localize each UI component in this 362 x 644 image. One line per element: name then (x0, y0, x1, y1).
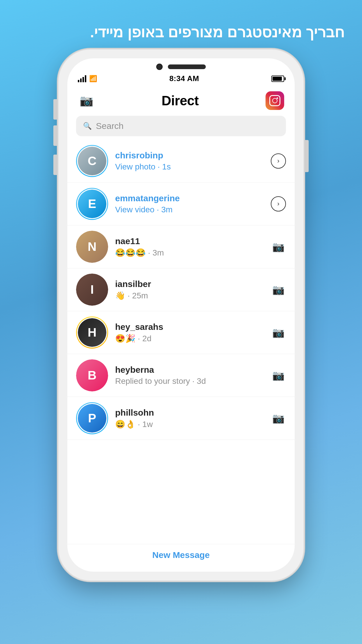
camera-action-icon: 📷 (271, 326, 286, 339)
list-item[interactable]: B heyberna Replied to your story · 3d 📷 (67, 354, 295, 397)
list-item[interactable]: H hey_sarahs 😍🎉 · 2d 📷 (67, 311, 295, 354)
app-header: 📷 Direct (67, 85, 295, 115)
search-icon: 🔍 (83, 122, 92, 130)
search-placeholder: Search (96, 121, 124, 131)
bottom-bar: New Message (67, 544, 295, 572)
instagram-icon (269, 95, 280, 106)
message-preview: 👋 · 25m (115, 291, 264, 300)
camera-outline-icon: 📷 (272, 284, 284, 295)
page-title: Direct (161, 93, 198, 108)
instagram-button[interactable] (266, 91, 284, 110)
avatar: B (76, 359, 108, 391)
avatar-image: P (78, 404, 106, 433)
message-preview: View video · 3m (115, 205, 264, 214)
avatar: P (76, 402, 108, 434)
message-username: emmatangerine (115, 193, 264, 203)
message-action[interactable]: › (271, 196, 286, 211)
avatar-image: N (76, 231, 108, 263)
message-action[interactable]: 📷 (271, 326, 286, 339)
front-camera (156, 64, 163, 70)
status-time: 8:34 AM (169, 74, 199, 83)
message-preview: Replied to your story · 3d (115, 377, 264, 386)
message-info: emmatangerine View video · 3m (115, 193, 264, 214)
status-bar: 📶 8:34 AM (67, 70, 295, 85)
message-info: hey_sarahs 😍🎉 · 2d (115, 322, 264, 343)
phone-wrapper: 📶 8:34 AM 📷 Direct (56, 50, 306, 644)
signal-bar-3 (82, 77, 84, 82)
phone-inner: 📶 8:34 AM 📷 Direct (67, 58, 295, 572)
avatar-image: B (76, 359, 108, 391)
camera-action-icon: 📷 (271, 240, 286, 253)
message-username: nae11 (115, 236, 264, 246)
list-item[interactable]: P phillsohn 😄👌 · 1w 📷 (67, 397, 295, 440)
message-preview: 😍🎉 · 2d (115, 334, 264, 343)
signal-bar-2 (80, 78, 82, 82)
speaker (168, 64, 206, 69)
avatar-image: H (78, 318, 106, 347)
front-camera-area (156, 64, 206, 70)
status-left: 📶 (78, 75, 97, 83)
message-action[interactable]: 📷 (271, 283, 286, 296)
avatar-inner: E (78, 190, 106, 218)
message-action[interactable]: 📷 (271, 412, 286, 425)
phone-outer: 📶 8:34 AM 📷 Direct (59, 50, 303, 580)
camera-outline-icon: 📷 (272, 412, 284, 424)
new-message-button[interactable]: New Message (152, 550, 210, 560)
message-action[interactable]: 📷 (271, 240, 286, 253)
camera-icon: 📷 (80, 94, 93, 107)
message-username: heyberna (115, 365, 264, 375)
camera-action-icon: 📷 (271, 369, 286, 382)
message-preview: 😂😂😂 · 3m (115, 248, 264, 258)
app-content: 📷 Direct 🔍 Search (67, 85, 295, 572)
avatar-image: I (76, 274, 108, 306)
avatar: C (76, 145, 108, 177)
message-username: iansilber (115, 279, 264, 289)
wifi-icon: 📶 (89, 75, 97, 83)
list-item[interactable]: I iansilber 👋 · 25m 📷 (67, 268, 295, 311)
message-username: hey_sarahs (115, 322, 264, 332)
battery-fill (273, 77, 282, 81)
avatar-inner: H (78, 318, 106, 347)
avatar-image: C (78, 147, 106, 175)
battery-icon (271, 76, 284, 82)
camera-outline-icon: 📷 (272, 327, 284, 338)
camera-outline-icon: 📷 (272, 241, 284, 253)
signal-bar-4 (85, 75, 86, 82)
message-info: heyberna Replied to your story · 3d (115, 365, 264, 386)
camera-action-icon: 📷 (271, 283, 286, 296)
avatar: N (76, 231, 108, 263)
signal-bar-1 (78, 80, 79, 82)
avatar-image: E (78, 190, 106, 218)
avatar: I (76, 274, 108, 306)
avatar-inner: P (78, 404, 106, 433)
search-bar[interactable]: 🔍 Search (76, 116, 286, 136)
message-info: iansilber 👋 · 25m (115, 279, 264, 300)
arrow-circle-icon: › (271, 196, 286, 211)
message-username: chrisrobinp (115, 150, 264, 160)
message-action[interactable]: 📷 (271, 369, 286, 382)
top-tagline: חבריך מאינסטגרם מצורפים באופן מיידי. (0, 23, 362, 41)
message-info: chrisrobinp View photo · 1s (115, 150, 264, 172)
avatar-inner: N (76, 231, 108, 263)
header-camera-button[interactable]: 📷 (78, 94, 95, 108)
avatar: H (76, 316, 108, 349)
avatar-inner: C (78, 147, 106, 175)
list-item[interactable]: N nae11 😂😂😂 · 3m 📷 (67, 225, 295, 268)
avatar: E (76, 188, 108, 220)
list-item[interactable]: E emmatangerine View video · 3m › (67, 183, 295, 225)
message-info: phillsohn 😄👌 · 1w (115, 408, 264, 429)
message-action[interactable]: › (271, 153, 286, 169)
message-username: phillsohn (115, 408, 264, 418)
message-info: nae11 😂😂😂 · 3m (115, 236, 264, 258)
list-item[interactable]: C chrisrobinp View photo · 1s › (67, 140, 295, 183)
signal-bars-icon (78, 75, 86, 82)
avatar-inner: B (76, 359, 108, 391)
camera-action-icon: 📷 (271, 412, 286, 425)
messages-list: C chrisrobinp View photo · 1s › (67, 140, 295, 544)
message-preview: 😄👌 · 1w (115, 419, 264, 429)
avatar-inner: I (76, 274, 108, 306)
phone-top-hardware (67, 58, 295, 70)
camera-outline-icon: 📷 (272, 370, 284, 381)
arrow-circle-icon: › (271, 153, 286, 169)
message-preview: View photo · 1s (115, 162, 264, 172)
